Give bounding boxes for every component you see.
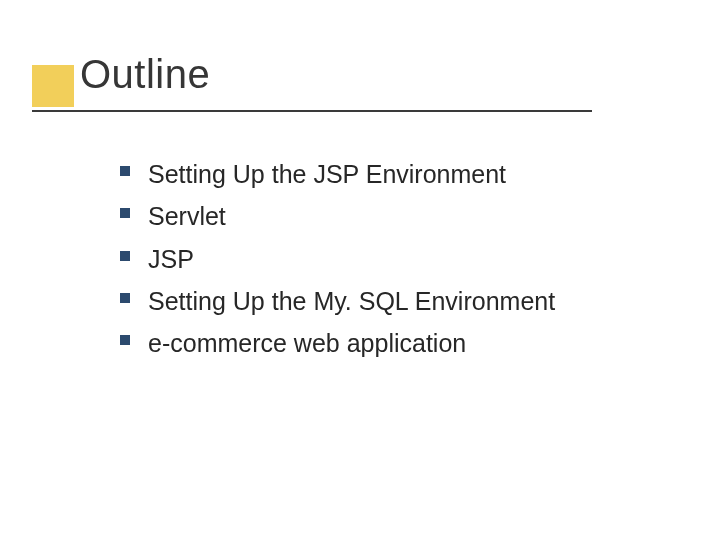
- square-bullet-icon: [120, 293, 130, 303]
- square-bullet-icon: [120, 166, 130, 176]
- square-bullet-icon: [120, 208, 130, 218]
- list-item: Servlet: [120, 198, 660, 234]
- bullet-text: Servlet: [148, 198, 226, 234]
- list-item: Setting Up the My. SQL Environment: [120, 283, 660, 319]
- list-item: Setting Up the JSP Environment: [120, 156, 660, 192]
- square-bullet-icon: [120, 335, 130, 345]
- square-bullet-icon: [120, 251, 130, 261]
- bullet-text: Setting Up the JSP Environment: [148, 156, 506, 192]
- bullet-text: Setting Up the My. SQL Environment: [148, 283, 555, 319]
- bullet-text: e-commerce web application: [148, 325, 466, 361]
- title-underline: [32, 110, 592, 112]
- slide-title: Outline: [80, 52, 210, 97]
- list-item: e-commerce web application: [120, 325, 660, 361]
- list-item: JSP: [120, 241, 660, 277]
- bullet-list: Setting Up the JSP Environment Servlet J…: [120, 150, 660, 367]
- title-accent-block: [32, 65, 74, 107]
- slide: Outline Setting Up the JSP Environment S…: [0, 0, 720, 540]
- bullet-text: JSP: [148, 241, 194, 277]
